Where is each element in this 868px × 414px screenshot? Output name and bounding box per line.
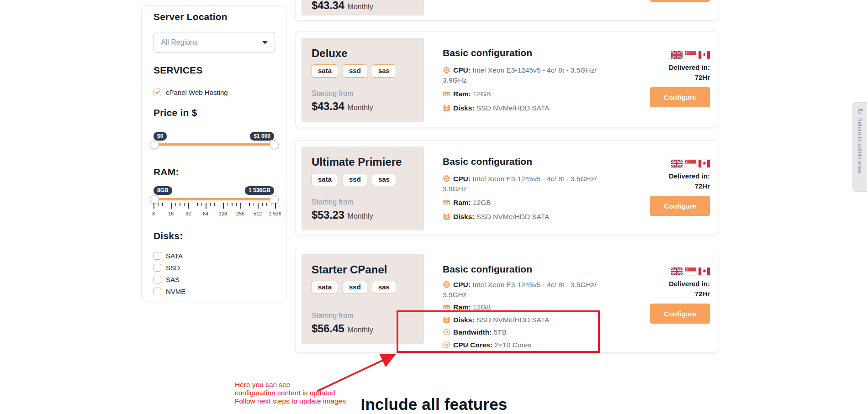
config-item-value: 12GB xyxy=(471,90,491,98)
plan-price: $43.34 xyxy=(312,100,344,113)
plan-config: Basic configurationCPU: Intel Xeon E3-12… xyxy=(443,47,613,113)
config-item: Ram: 12GB xyxy=(443,198,605,208)
canada-flag xyxy=(699,51,710,59)
uk-flag xyxy=(671,160,683,168)
config-item-label: Ram: xyxy=(453,303,471,311)
disk-icon xyxy=(443,103,453,113)
plan-tag: ssd xyxy=(343,64,367,78)
config-item-label: Disks: xyxy=(453,104,475,112)
plan-panel: DeluxesatassdsasStarting from$43.34Month… xyxy=(302,38,424,122)
annotation-highlight-box xyxy=(397,310,600,353)
plan-panel: Ultimate PrimieresatassdsasStarting from… xyxy=(302,147,424,231)
delivered-in-value: 72Hr xyxy=(614,182,710,190)
configure-button[interactable]: Configure xyxy=(650,304,710,324)
refresh-icon: ↻ xyxy=(856,108,864,114)
plan-price: $56.45 xyxy=(312,322,344,335)
cpu-icon xyxy=(443,65,453,75)
plan-period: Monthly xyxy=(348,326,373,334)
plan-tag: sas xyxy=(372,281,396,294)
singapore-flag xyxy=(685,51,696,59)
singapore-flag xyxy=(685,160,696,168)
return-tab-label: Return to admin area xyxy=(857,117,863,173)
plan-panel: $43.34 Monthly xyxy=(302,0,424,16)
config-title: Basic configuration xyxy=(443,47,613,58)
canada-flag xyxy=(699,267,710,275)
plan-period: Monthly xyxy=(348,3,373,11)
configure-button[interactable]: Configure xyxy=(650,196,710,216)
annotation-line: Here you can see xyxy=(235,381,346,389)
plan-price: $43.34 xyxy=(312,0,344,12)
ram-icon xyxy=(443,198,453,208)
config-item-value: SSD NVMe/HDD SATA xyxy=(475,213,550,220)
cpu-icon xyxy=(443,280,453,290)
uk-flag xyxy=(671,51,683,59)
plan-order-panel: Delivered in:72HrConfigure xyxy=(614,51,710,107)
plan-order-panel: Delivered in:72HrConfigure xyxy=(614,267,710,324)
plan-name: Ultimate Primiere xyxy=(312,156,414,168)
config-item: Disks: SSD NVMe/HDD SATA xyxy=(443,212,605,222)
return-to-admin-tab[interactable]: ↻ Return to admin area xyxy=(852,102,867,192)
plan-tags: satassdsas xyxy=(312,281,414,294)
plan-config: Basic configurationCPU: Intel Xeon E3-12… xyxy=(443,156,613,221)
config-item: Ram: 12GB xyxy=(443,89,605,99)
plan-price: $53.23 xyxy=(312,209,344,221)
ram-icon xyxy=(443,89,453,99)
starting-from-label: Starting from xyxy=(312,89,414,98)
config-item-label: Disks: xyxy=(453,213,475,220)
config-item-label: Ram: xyxy=(453,90,471,98)
annotation-note: Here you can see configuration content i… xyxy=(235,381,346,405)
location-flags xyxy=(614,267,710,275)
delivered-in-label: Delivered in: xyxy=(614,172,710,180)
delivered-in-label: Delivered in: xyxy=(614,280,710,288)
configure-button[interactable]: Configure xyxy=(650,87,710,107)
plan-card-partial: $43.34 Monthly xyxy=(295,0,718,21)
singapore-flag xyxy=(685,267,696,275)
plan-period: Monthly xyxy=(348,212,373,220)
plan-card: DeluxesatassdsasStarting from$43.34Month… xyxy=(295,31,718,127)
plan-order-panel: Delivered in:72HrConfigure xyxy=(614,160,710,216)
delivered-in-label: Delivered in: xyxy=(614,63,710,71)
delivered-in-value: 72Hr xyxy=(614,290,710,298)
cpu-icon xyxy=(443,174,453,184)
page: Server Location All Regions SERVICES cPa… xyxy=(0,0,868,414)
config-item: CPU: Intel Xeon E3-1245v5 - 4c/ 8t - 3.5… xyxy=(443,174,605,194)
canada-flag xyxy=(699,160,710,168)
config-item-label: CPU: xyxy=(453,281,471,288)
config-item-label: CPU: xyxy=(453,66,471,74)
config-item-value: 12GB xyxy=(471,199,491,206)
annotation-line: configuration content is updated xyxy=(235,389,346,397)
plan-tag: ssd xyxy=(343,281,367,294)
disk-icon xyxy=(443,212,453,222)
location-flags xyxy=(614,160,710,168)
plan-period: Monthly xyxy=(348,104,373,112)
config-item-label: Ram: xyxy=(453,199,471,206)
config-item: CPU: Intel Xeon E3-1245v5 - 4c/ 8t - 3.5… xyxy=(443,280,605,299)
config-item: CPU: Intel Xeon E3-1245v5 - 4c/ 8t - 3.5… xyxy=(443,65,605,85)
plan-tags: satassdsas xyxy=(312,64,414,78)
plan-card: Ultimate PrimieresatassdsasStarting from… xyxy=(295,140,718,235)
config-title: Basic configuration xyxy=(443,156,613,167)
config-item-value: 12GB xyxy=(471,303,491,311)
plan-tag: sata xyxy=(312,64,338,78)
plan-tags: satassdsas xyxy=(312,173,414,186)
uk-flag xyxy=(671,267,683,275)
config-title: Basic configuration xyxy=(443,264,613,275)
plan-tag: sas xyxy=(372,64,396,78)
configure-button[interactable] xyxy=(650,0,710,2)
annotation-line: Follow next steps to update images xyxy=(235,397,346,405)
plan-name: Deluxe xyxy=(312,47,414,60)
delivered-in-value: 72Hr xyxy=(614,73,710,81)
plan-tag: sas xyxy=(372,173,396,186)
location-flags xyxy=(614,51,710,59)
plan-name: Starter CPanel xyxy=(312,263,414,276)
plan-tag: sata xyxy=(312,173,338,186)
config-item-value: SSD NVMe/HDD SATA xyxy=(475,104,550,112)
plan-tag: sata xyxy=(312,281,338,294)
config-item-label: CPU: xyxy=(453,175,471,183)
starting-from-label: Starting from xyxy=(312,198,414,206)
config-item: Disks: SSD NVMe/HDD SATA xyxy=(443,103,605,113)
plan-tag: ssd xyxy=(343,173,367,186)
